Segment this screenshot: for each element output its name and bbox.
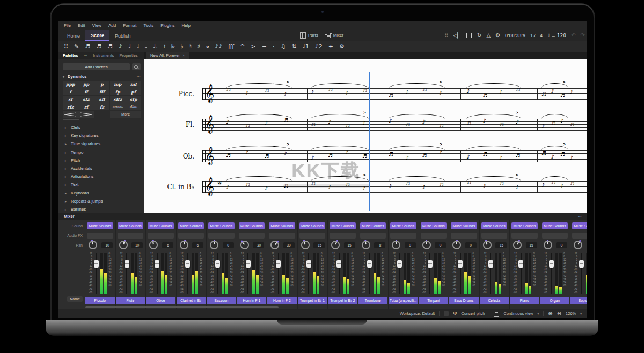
audio-fx-slot[interactable] — [542, 233, 568, 239]
audio-fx-slot[interactable] — [208, 233, 235, 239]
channel-name[interactable]: Trumpet in B♭ 1 — [298, 297, 327, 304]
tenuto-icon[interactable]: − — [262, 44, 267, 49]
close-icon[interactable]: × — [182, 53, 185, 58]
muse-sounds-button[interactable]: Muse Sounds — [208, 222, 235, 229]
fader-handle[interactable] — [397, 260, 402, 268]
zoom-level[interactable]: 126% — [566, 311, 576, 316]
palette-section-barlines[interactable]: ▸Barlines — [58, 205, 144, 213]
note-32nd-icon[interactable]: ♬ — [96, 44, 101, 49]
zoom-out-icon[interactable]: ⊖ — [557, 311, 561, 316]
panel-tab-properties[interactable]: Properties — [119, 53, 137, 58]
mixer-menu-icon[interactable]: ⋯ — [578, 214, 582, 219]
muse-sounds-button[interactable]: Muse Sounds — [299, 222, 326, 229]
channel-name[interactable]: Tuba (unspecifi... — [389, 297, 418, 304]
pan-value[interactable]: 6 — [192, 242, 203, 248]
note-quarter-icon[interactable]: ♩ — [128, 44, 131, 49]
pan-knob[interactable] — [362, 241, 370, 249]
pan-value[interactable]: 30 — [283, 242, 295, 248]
pan-knob[interactable] — [574, 241, 582, 249]
marcato-icon[interactable]: ^ — [240, 44, 245, 49]
tempo-display[interactable]: ♩ = 120 — [547, 33, 566, 38]
tie-icon[interactable]: ♪♪ — [215, 44, 222, 49]
muse-sounds-button[interactable]: Muse Sounds — [360, 222, 386, 229]
pan-knob[interactable] — [270, 241, 279, 249]
loop-playback-icon[interactable]: ↻ — [477, 32, 481, 38]
panel-tab-palettes[interactable]: Palettes — [63, 53, 78, 58]
audio-fx-slot[interactable] — [148, 233, 174, 239]
pan-value[interactable]: 15 — [344, 242, 355, 248]
palette-section-keyboard[interactable]: ▸Keyboard — [58, 189, 144, 197]
dynamics-cell-rf[interactable]: rf — [78, 103, 93, 110]
volume-fader[interactable] — [214, 252, 221, 295]
muse-sounds-button[interactable]: Muse Sounds — [572, 222, 587, 229]
audio-fx-slot[interactable] — [390, 233, 416, 239]
pan-knob[interactable] — [301, 241, 310, 249]
dynamics-cell-sff[interactable]: sff — [94, 96, 109, 103]
voice-2-icon[interactable]: ♪2 — [315, 44, 323, 49]
audio-fx-slot[interactable] — [572, 233, 587, 239]
dynamics-cell-rfz[interactable]: rfz — [63, 103, 78, 110]
volume-fader[interactable] — [184, 252, 191, 295]
menu-item-file[interactable]: File — [64, 23, 71, 28]
note-8th-icon[interactable]: ♪ — [119, 44, 122, 49]
fader-handle[interactable] — [215, 260, 220, 268]
palette-section-accidentals[interactable]: ▸Accidentals — [58, 164, 144, 172]
fader-handle[interactable] — [155, 260, 159, 268]
channel-name[interactable]: Bass Drums — [449, 297, 479, 304]
augmentation-dot-icon[interactable]: ♩. — [153, 44, 158, 49]
muse-sounds-button[interactable]: Muse Sounds — [178, 222, 204, 229]
palette-section-key-signatures[interactable]: ▸Key signatures — [58, 132, 144, 140]
palette-section-text[interactable]: ▸Text — [58, 181, 144, 189]
audio-fx-slot[interactable] — [330, 233, 356, 239]
pan-knob[interactable] — [392, 241, 400, 249]
channel-name[interactable]: Timpani — [419, 297, 449, 304]
channel-name[interactable]: Horn in F 2 — [267, 297, 297, 304]
menu-item-plugins[interactable]: Plugins — [160, 23, 174, 28]
muse-sounds-button[interactable]: Muse Sounds — [542, 222, 568, 229]
channel-name[interactable]: Celesta — [480, 297, 509, 304]
audio-fx-slot[interactable] — [511, 233, 538, 239]
dynamics-cell-sfp[interactable]: sfp — [126, 96, 141, 103]
score-page[interactable]: KK下载 Picc.𝄞♬♪♬♪>♪♬♪♬♬♪♬♪>♪♬♪♬♬♪♬♪>Fl.𝄞♪♬… — [144, 59, 587, 213]
audio-fx-slot[interactable] — [481, 233, 508, 239]
playback-drag-handle-icon[interactable]: ⠿ — [444, 32, 448, 38]
pan-value[interactable]: -15 — [495, 242, 507, 248]
double-flat-icon[interactable]: 𝄫 — [171, 44, 175, 49]
note-64th-icon[interactable]: ♬ — [85, 44, 90, 49]
palettes-overflow-icon[interactable]: ⋯ — [84, 53, 88, 58]
audio-fx-slot[interactable] — [87, 233, 113, 239]
volume-fader[interactable] — [457, 252, 464, 295]
fader-handle[interactable] — [276, 260, 281, 268]
volume-fader[interactable] — [245, 252, 252, 295]
fader-handle[interactable] — [518, 260, 523, 268]
dynamics-cell-pp[interactable]: pp — [78, 81, 93, 88]
channel-name[interactable]: Flute — [116, 297, 145, 304]
fader-handle[interactable] — [579, 260, 584, 268]
pan-knob[interactable] — [513, 241, 522, 249]
volume-fader[interactable] — [578, 252, 585, 295]
note-half-icon[interactable]: 𝅗𝅥 — [137, 44, 139, 49]
channel-name[interactable]: Horn in F 1 — [237, 297, 267, 304]
audio-fx-slot[interactable] — [360, 233, 386, 239]
channel-name[interactable]: Clarinet in B♭ — [177, 297, 206, 304]
zoom-in-icon[interactable]: ⊕ — [548, 311, 552, 316]
palette-section-articulations[interactable]: ▸Articulations — [58, 172, 144, 181]
add-palettes-button[interactable]: Add Palettes — [63, 63, 130, 70]
menu-item-tools[interactable]: Tools — [143, 23, 153, 28]
pan-knob[interactable] — [89, 241, 97, 249]
palette-section-pitch[interactable]: ▸Pitch — [58, 156, 144, 164]
fader-handle[interactable] — [488, 260, 493, 268]
pan-value[interactable]: 0 — [556, 242, 567, 248]
accent-icon[interactable]: > — [251, 44, 255, 49]
panel-toggle-icon[interactable] — [444, 311, 449, 316]
muse-sounds-button[interactable]: Muse Sounds — [269, 222, 295, 229]
pan-knob[interactable] — [240, 241, 249, 249]
muse-sounds-button[interactable]: Muse Sounds — [330, 222, 356, 229]
note-whole-icon[interactable]: 𝅝 — [145, 44, 147, 49]
voice-1-icon[interactable]: ♩1 — [303, 44, 309, 49]
dynamics-cell-fz[interactable]: fz — [94, 103, 109, 110]
pan-value[interactable]: 10 — [131, 242, 143, 248]
channel-name[interactable]: Soprano — [570, 297, 587, 304]
mixer-horizontal-scrollbar[interactable] — [85, 306, 279, 308]
palette-search-button[interactable] — [132, 63, 141, 70]
